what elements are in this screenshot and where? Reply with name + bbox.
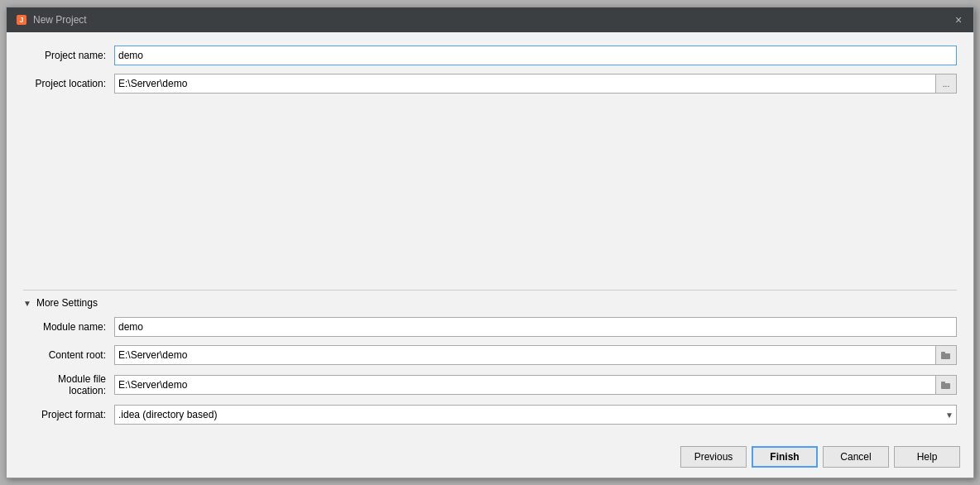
- dialog-title: New Project: [33, 14, 87, 26]
- close-button[interactable]: ×: [952, 13, 965, 26]
- project-format-row: Project format: .idea (directory based) …: [23, 405, 957, 425]
- module-file-location-field: [114, 375, 957, 395]
- svg-rect-5: [941, 382, 945, 384]
- module-name-input[interactable]: [114, 317, 957, 337]
- content-root-input[interactable]: [114, 345, 935, 365]
- more-settings-section: ▼ More Settings Module name: Content roo…: [23, 290, 957, 433]
- content-root-browse-button[interactable]: [935, 345, 957, 365]
- module-file-location-label: Module file location:: [23, 373, 114, 396]
- title-bar-left: J New Project: [15, 13, 87, 26]
- module-file-location-input[interactable]: [114, 375, 935, 395]
- project-name-input[interactable]: [114, 46, 957, 65]
- project-format-select[interactable]: .idea (directory based): [114, 405, 957, 425]
- dialog-body: Project name: Project location: ... ▼ Mo…: [7, 32, 973, 439]
- new-project-dialog: J New Project × Project name: Project lo…: [6, 7, 974, 478]
- previous-button[interactable]: Previous: [680, 446, 747, 468]
- project-name-label: Project name:: [23, 50, 114, 61]
- dialog-footer: Previous Finish Cancel Help: [7, 439, 973, 478]
- cancel-button[interactable]: Cancel: [823, 446, 889, 468]
- collapse-arrow-icon: ▼: [23, 299, 31, 308]
- svg-rect-4: [941, 383, 950, 389]
- app-icon: J: [15, 13, 28, 26]
- module-name-label: Module name:: [23, 321, 114, 333]
- svg-text:J: J: [19, 16, 23, 24]
- content-root-row: Content root:: [23, 345, 957, 365]
- title-bar: J New Project ×: [7, 7, 973, 32]
- more-settings-header[interactable]: ▼ More Settings: [23, 297, 957, 309]
- project-format-label: Project format:: [23, 409, 114, 420]
- more-settings-label: More Settings: [36, 297, 98, 309]
- spacer: [23, 102, 957, 290]
- content-root-field: [114, 345, 957, 365]
- help-button[interactable]: Help: [894, 446, 960, 468]
- project-location-field: ...: [114, 74, 957, 94]
- project-location-input[interactable]: [114, 74, 935, 94]
- project-name-row: Project name:: [23, 46, 957, 65]
- content-root-label: Content root:: [23, 349, 114, 361]
- svg-rect-2: [941, 353, 950, 359]
- module-file-location-browse-button[interactable]: [935, 375, 957, 395]
- more-settings-form: Module name: Content root:: [23, 317, 957, 425]
- project-location-row: Project location: ...: [23, 74, 957, 94]
- project-format-field: .idea (directory based) ▼: [114, 405, 957, 425]
- module-file-location-row: Module file location:: [23, 373, 957, 396]
- module-name-row: Module name:: [23, 317, 957, 337]
- project-location-browse-button[interactable]: ...: [935, 74, 957, 94]
- project-location-label: Project location:: [23, 78, 114, 89]
- finish-button[interactable]: Finish: [752, 446, 818, 468]
- svg-rect-3: [941, 352, 945, 354]
